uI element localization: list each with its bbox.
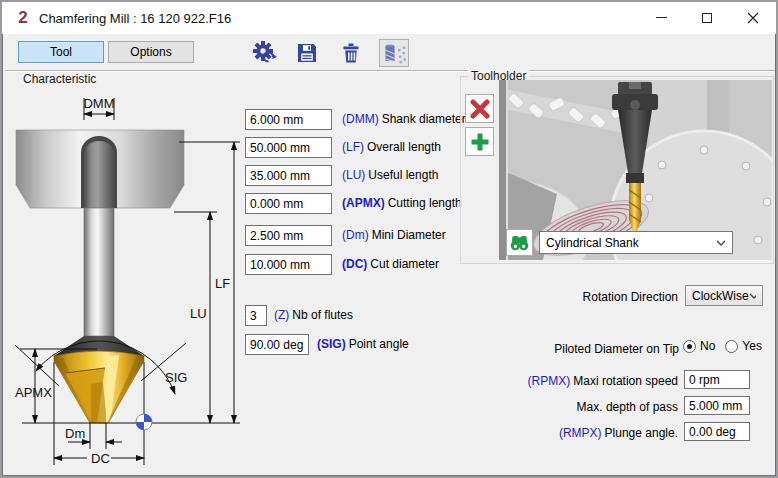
- radio-yes-label: Yes: [742, 339, 762, 353]
- tab-options[interactable]: Options: [108, 41, 194, 63]
- chamfering-mill-window: 2 Chamfering Mill : 16 120 922.F16 Tool …: [0, 0, 778, 478]
- diagram-label-lu: LU: [190, 306, 207, 321]
- piloted-diameter-label: Piloted Diameter on Tip: [432, 342, 679, 356]
- trash-icon: [337, 39, 365, 67]
- red-cross-icon: [470, 99, 490, 119]
- maximize-icon: [702, 13, 712, 23]
- add-toolholder-button[interactable]: [465, 127, 494, 156]
- plunge-angle-input[interactable]: [684, 422, 750, 441]
- diagram-label-sig: SIG: [165, 370, 187, 385]
- datum-target-icon: [136, 414, 152, 430]
- plunge-angle-label: (RMPX)Plunge angle.: [462, 426, 678, 440]
- save-icon: [293, 39, 321, 67]
- save-button[interactable]: [293, 39, 321, 67]
- nb-of-flutes-input[interactable]: [245, 305, 267, 326]
- diagram-label-dc: DC: [91, 451, 110, 466]
- cut-diameter-label: (DC)Cut diameter: [342, 257, 439, 271]
- tool-simulation-icon: [380, 40, 408, 66]
- chevron-down-icon: [716, 240, 726, 246]
- maximize-button[interactable]: [684, 2, 730, 33]
- green-plus-icon: [470, 132, 490, 152]
- maxi-rotation-speed-input[interactable]: [684, 370, 750, 389]
- app-logo-icon: 2: [13, 8, 33, 28]
- cut-diameter-input[interactable]: [245, 254, 332, 275]
- simulation-button[interactable]: [379, 39, 409, 67]
- shank-diameter-label: (DMM)Shank diameter: [342, 112, 466, 126]
- close-button[interactable]: [730, 2, 776, 33]
- maxi-rotation-speed-label: (RPMX)Maxi rotation speed: [462, 374, 678, 388]
- minimize-button[interactable]: [638, 2, 684, 33]
- radio-yes[interactable]: [725, 340, 738, 353]
- overall-length-input[interactable]: [245, 137, 332, 158]
- rotation-direction-value: ClockWise: [692, 289, 749, 303]
- shank-diameter-input[interactable]: [245, 109, 332, 130]
- shank-type-value: Cylindrical Shank: [546, 236, 639, 250]
- window-title: Chamfering Mill : 16 120 922.F16: [39, 11, 231, 26]
- chevron-down-icon: [749, 293, 756, 299]
- tool-diagram: DMM LF LU APMX: [7, 84, 247, 476]
- cutting-length-input[interactable]: [245, 193, 332, 214]
- nb-of-flutes-label: (Z)Nb of flutes: [274, 308, 353, 322]
- diagram-label-apmx: APMX: [15, 385, 52, 400]
- mini-diameter-label: (Dm)Mini Diameter: [342, 228, 446, 242]
- rotation-direction-label: Rotation Direction: [482, 290, 678, 304]
- max-depth-of-pass-input[interactable]: [684, 396, 750, 415]
- useful-length-input[interactable]: [245, 165, 332, 186]
- point-angle-input[interactable]: [245, 334, 309, 355]
- piloted-diameter-radio-group: No Yes: [683, 339, 762, 353]
- diagram-label-dmm: DMM: [83, 96, 114, 111]
- overall-length-label: (LF)Overall length: [342, 140, 441, 154]
- max-depth-of-pass-label: Max. depth of pass: [462, 400, 678, 414]
- delete-toolholder-button[interactable]: [465, 94, 494, 123]
- search-toolholder-button[interactable]: [506, 229, 533, 256]
- mini-diameter-input[interactable]: [245, 225, 332, 246]
- diagram-label-dm: Dm: [65, 426, 85, 441]
- cutting-length-label: (APMX)Cutting length: [342, 196, 462, 210]
- settings-refresh-button[interactable]: [251, 39, 279, 67]
- radio-no[interactable]: [683, 340, 696, 353]
- tab-tool[interactable]: Tool: [18, 41, 104, 63]
- toolbar-separator: [5, 70, 775, 72]
- close-icon: [747, 12, 759, 24]
- point-angle-label: (SIG)Point angle: [317, 337, 409, 351]
- rotation-direction-dropdown[interactable]: ClockWise: [685, 285, 763, 306]
- delete-tool-button[interactable]: [337, 39, 365, 67]
- minimize-icon: [656, 17, 667, 18]
- title-bar: 2 Chamfering Mill : 16 120 922.F16: [2, 2, 776, 34]
- binoculars-icon: [509, 232, 530, 253]
- diagram-label-lf: LF: [215, 276, 230, 291]
- useful-length-label: (LU)Useful length: [342, 168, 438, 182]
- radio-no-label: No: [700, 339, 715, 353]
- shank-type-dropdown[interactable]: Cylindrical Shank: [539, 231, 733, 254]
- settings-refresh-icon: [251, 39, 279, 67]
